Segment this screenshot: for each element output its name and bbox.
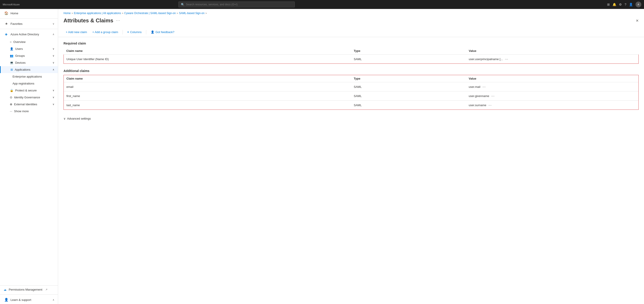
sidebar-item-home[interactable]: 🏠 Home xyxy=(0,9,58,18)
bell-icon[interactable]: 🔔 xyxy=(612,3,616,6)
sidebar-external-identities-label: External Identities xyxy=(14,102,37,106)
claim-email-ellipsis-button[interactable]: ··· xyxy=(481,84,487,89)
sidebar-azure-ad-label: Azure Active Directory xyxy=(10,33,39,36)
devices-icon: 💻 xyxy=(10,61,14,64)
sidebar-learn-label: Learn & support xyxy=(10,298,31,302)
additional-claims-section-title: Additional claims xyxy=(64,69,639,73)
additional-claims-table: Claim name Type Value email SAML user.ma… xyxy=(64,75,638,110)
additional-col-name: Claim name xyxy=(64,75,351,82)
toolbar-separator-2 xyxy=(146,30,146,34)
sidebar-item-groups[interactable]: 👥 Groups ∨ xyxy=(0,52,58,59)
avatar[interactable]: A xyxy=(636,2,641,8)
columns-icon: ≡ xyxy=(127,30,129,34)
page-more-button[interactable]: ··· xyxy=(116,18,120,22)
sidebar-users-label: Users xyxy=(15,47,23,50)
sidebar-item-identity-governance[interactable]: ⊙ Identity Governance ∨ xyxy=(0,94,58,101)
advanced-settings-toggle[interactable]: ∨ Advanced settings xyxy=(64,115,639,122)
claim-firstname-ellipsis-button[interactable]: ··· xyxy=(490,94,496,98)
advanced-settings-label: Advanced settings xyxy=(67,117,91,120)
sidebar-overview-label: Overview xyxy=(14,40,26,44)
sidebar-item-learn-support[interactable]: 👤 Learn & support ∧ xyxy=(0,296,58,304)
required-col-name: Claim name xyxy=(64,48,351,54)
table-row: last_name SAML user.surname ··· xyxy=(64,100,638,110)
identity-governance-icon: ⊙ xyxy=(10,96,12,99)
more-icon: ··· xyxy=(10,110,12,113)
sidebar-show-more-label: Show more xyxy=(14,110,29,113)
additional-claims-wrapper: Claim name Type Value email SAML user.ma… xyxy=(64,75,639,110)
sidebar-item-devices[interactable]: 💻 Devices ∨ xyxy=(0,59,58,66)
add-claim-button[interactable]: + Add new claim xyxy=(64,29,89,35)
breadcrumb-home[interactable]: Home xyxy=(64,12,71,15)
sidebar-item-app-registrations[interactable]: App registrations xyxy=(0,80,58,87)
sidebar-identity-governance-label: Identity Governance xyxy=(14,96,40,99)
content-area: Required claim Claim name Type Value Uni… xyxy=(58,37,644,126)
chevron-down-icon-groups: ∨ xyxy=(52,54,54,57)
gear-icon[interactable]: ⚙ xyxy=(619,3,622,6)
feedback-button[interactable]: 👤 Got feedback? xyxy=(148,29,177,35)
sidebar-item-favorites[interactable]: ★ Favorites ∨ xyxy=(0,20,58,28)
chevron-up-icon: ∧ xyxy=(52,33,54,36)
sidebar-permissions-label: Permissions Management xyxy=(9,288,42,291)
chevron-down-icon-protect: ∨ xyxy=(52,89,54,92)
breadcrumb-cyware[interactable]: Cyware Orchestrate | SAML-based Sign-on xyxy=(124,12,176,15)
search-bar[interactable]: 🔍 xyxy=(178,2,295,8)
breadcrumb-enterprise-apps[interactable]: Enterprise applications | All applicatio… xyxy=(74,12,121,15)
required-claim-row: Unique User Identifier (Name ID) SAML us… xyxy=(64,54,639,64)
breadcrumb-sep-3: > xyxy=(177,12,178,14)
required-claims-table: Claim name Type Value Unique User Identi… xyxy=(64,48,639,64)
breadcrumb-sep-2: > xyxy=(122,12,123,14)
feedback-icon[interactable]: 👤 xyxy=(629,3,633,6)
portal-icon[interactable]: ⊞ xyxy=(607,3,610,6)
sidebar-item-enterprise-apps[interactable]: Enterprise applications xyxy=(0,73,58,80)
chevron-down-icon-ig: ∨ xyxy=(52,96,54,99)
claim-lastname-name: last_name xyxy=(64,100,351,110)
sidebar-enterprise-apps-label: Enterprise applications xyxy=(12,75,42,78)
claim-email-value: user.mail ··· xyxy=(466,82,638,92)
breadcrumb-sep-4: > xyxy=(206,12,207,14)
sidebar-item-external-identities[interactable]: ⊕ External Identities ∨ xyxy=(0,101,58,108)
required-claim-ellipsis-button[interactable]: ··· xyxy=(504,57,510,61)
add-group-claim-button[interactable]: + Add a group claim xyxy=(90,29,120,35)
sidebar-item-show-more[interactable]: ··· Show more xyxy=(0,108,58,115)
table-row: first_name SAML user.givenname ··· xyxy=(64,92,638,100)
sidebar-item-users[interactable]: 👤 Users ∨ xyxy=(0,46,58,52)
claim-lastname-value: user.surname ··· xyxy=(466,100,638,110)
sidebar-item-protect[interactable]: 🔒 Protect & secure ∨ xyxy=(0,87,58,94)
sidebar-favorites-label: Favorites xyxy=(10,22,22,26)
sidebar: 🏠 Home ★ Favorites ∨ ◈ Azure Active Dire… xyxy=(0,9,58,304)
close-button[interactable]: ✕ xyxy=(636,18,639,23)
toolbar-separator xyxy=(122,30,123,34)
claim-lastname-type: SAML xyxy=(351,100,466,110)
columns-button[interactable]: ≡ Columns xyxy=(125,29,144,35)
sidebar-item-azure-ad[interactable]: ◈ Azure Active Directory ∧ xyxy=(0,30,58,38)
sidebar-divider-1 xyxy=(0,18,58,18)
table-row: email SAML user.mail ··· xyxy=(64,82,638,92)
sidebar-item-permissions[interactable]: ☁ Permissions Management ↗ xyxy=(0,286,58,294)
required-claim-value: user.userprincipalname [... ··· xyxy=(466,54,638,64)
claim-firstname-name: first_name xyxy=(64,92,351,100)
breadcrumb-saml[interactable]: SAML-based Sign-on xyxy=(179,12,204,15)
search-input[interactable] xyxy=(186,3,292,6)
chevron-down-icon-advanced: ∨ xyxy=(64,117,66,120)
sidebar-item-overview[interactable]: ○ Overview xyxy=(0,38,58,46)
search-icon: 🔍 xyxy=(181,3,184,6)
additional-col-value: Value xyxy=(466,75,638,82)
sidebar-item-applications[interactable]: ⊞ Applications ∧ xyxy=(0,66,58,73)
overview-icon: ○ xyxy=(10,40,12,44)
chevron-up-icon-apps: ∧ xyxy=(52,68,54,71)
sidebar-protect-label: Protect & secure xyxy=(15,89,37,92)
protect-icon: 🔒 xyxy=(10,89,14,92)
claim-email-name: email xyxy=(64,82,351,92)
claim-lastname-ellipsis-button[interactable]: ··· xyxy=(487,103,493,107)
breadcrumb: Home > Enterprise applications | All app… xyxy=(58,9,644,16)
applications-icon: ⊞ xyxy=(10,68,13,71)
sidebar-bottom: ☁ Permissions Management ↗ 👤 Learn & sup… xyxy=(0,286,58,304)
required-claim-type: SAML xyxy=(351,54,466,64)
layout: 🏠 Home ★ Favorites ∨ ◈ Azure Active Dire… xyxy=(0,9,644,304)
required-col-type: Type xyxy=(351,48,466,54)
toolbar: + Add new claim + Add a group claim ≡ Co… xyxy=(58,27,644,37)
chevron-down-icon-users: ∨ xyxy=(52,48,54,50)
page-header: Attributes & Claims ··· ✕ xyxy=(58,16,644,27)
sidebar-app-registrations-label: App registrations xyxy=(12,82,34,85)
help-icon[interactable]: ? xyxy=(624,3,626,6)
